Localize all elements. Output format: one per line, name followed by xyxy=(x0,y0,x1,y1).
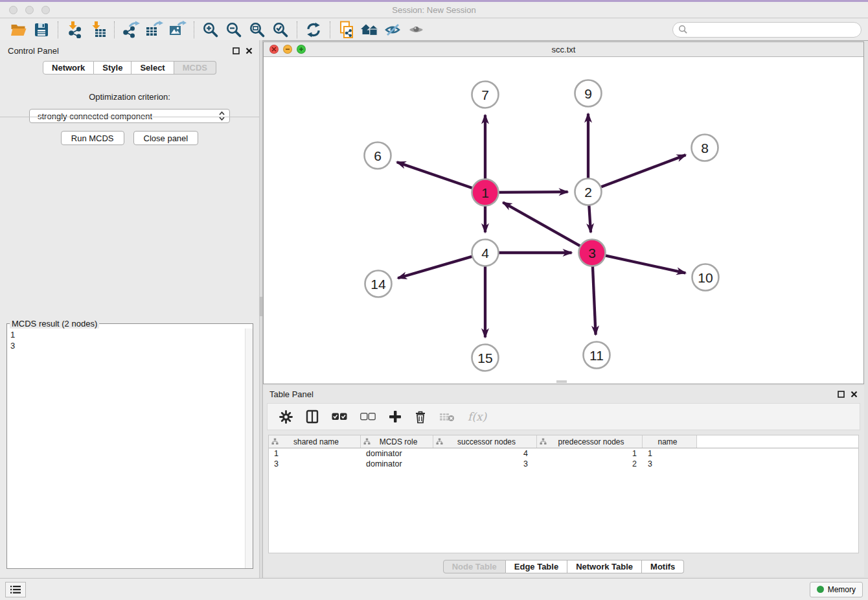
zoom-plus-icon xyxy=(299,47,304,52)
delete-table-button[interactable] xyxy=(439,411,455,422)
tab-style[interactable]: Style xyxy=(94,61,131,75)
table-row[interactable]: 1 dominator 4 1 1 xyxy=(269,448,858,459)
graph-edge-3-10[interactable] xyxy=(604,255,685,273)
cell-successor-nodes[interactable]: 4 xyxy=(433,449,537,458)
function-builder-button[interactable]: f(x) xyxy=(468,410,486,423)
optimization-criterion-select[interactable]: strongly connected component xyxy=(29,109,230,123)
table-mode-button[interactable] xyxy=(279,410,293,424)
show-eye-icon xyxy=(407,22,426,38)
float-table-panel-button[interactable] xyxy=(838,391,845,398)
minimize-window-button[interactable] xyxy=(25,6,34,14)
graph-edge-2-3[interactable] xyxy=(589,203,591,232)
toolbar-separator xyxy=(114,21,115,38)
cell-mcds-role[interactable]: dominator xyxy=(361,449,433,458)
graph-edge-4-14[interactable] xyxy=(398,256,474,278)
node-table: shared name MCDS role successor xyxy=(268,435,859,553)
import-network-icon xyxy=(66,21,84,38)
export-table-icon xyxy=(145,21,163,38)
task-history-button[interactable] xyxy=(5,582,26,597)
close-window-button[interactable] xyxy=(9,6,17,14)
column-header-successor-nodes[interactable]: successor nodes xyxy=(433,435,537,448)
column-header-mcds-role[interactable]: MCDS role xyxy=(361,435,433,448)
zoom-fit-button[interactable] xyxy=(246,20,269,40)
zoom-network-window-button[interactable] xyxy=(297,45,306,54)
zoom-out-button[interactable] xyxy=(222,20,246,40)
tab-mcds[interactable]: MCDS xyxy=(174,61,216,75)
zoom-window-button[interactable] xyxy=(41,6,50,14)
import-table-icon xyxy=(89,21,107,38)
graph-edge-1-2[interactable] xyxy=(497,192,567,192)
new-network-from-selection-button[interactable] xyxy=(335,20,358,40)
search-input[interactable] xyxy=(691,25,856,34)
cell-name[interactable]: 1 xyxy=(643,449,697,458)
search-field[interactable] xyxy=(672,22,862,38)
export-network-button[interactable] xyxy=(119,20,143,40)
delete-columns-button[interactable] xyxy=(415,410,426,424)
cell-name[interactable]: 3 xyxy=(643,459,697,468)
delete-table-icon xyxy=(439,411,455,422)
save-session-button[interactable] xyxy=(30,20,53,40)
splitter-handle[interactable] xyxy=(260,297,262,316)
float-panel-button[interactable] xyxy=(233,47,240,54)
graph-node-label-7: 7 xyxy=(481,87,489,102)
graph-edge-2-8[interactable] xyxy=(599,155,685,187)
tab-network-table[interactable]: Network Table xyxy=(567,560,642,573)
zoom-selected-button[interactable] xyxy=(269,20,292,40)
canvas-scrollbar-handle[interactable] xyxy=(556,380,567,383)
tab-network[interactable]: Network xyxy=(43,61,94,75)
export-table-button[interactable] xyxy=(143,20,166,40)
create-column-button[interactable] xyxy=(389,410,402,423)
export-image-button[interactable] xyxy=(166,20,189,40)
toolbar-separator xyxy=(330,21,330,38)
cell-shared-name[interactable]: 1 xyxy=(269,449,361,458)
zoom-in-button[interactable] xyxy=(199,20,222,40)
cell-shared-name[interactable]: 3 xyxy=(269,459,361,468)
close-panel-button[interactable] xyxy=(246,47,253,54)
table-panel-title: Table Panel xyxy=(269,389,314,399)
show-columns-button[interactable] xyxy=(306,410,319,424)
window-controls xyxy=(9,6,50,14)
open-session-button[interactable] xyxy=(6,20,30,40)
tab-node-table[interactable]: Node Table xyxy=(443,560,506,573)
result-scrollbar[interactable] xyxy=(245,329,253,568)
mcds-result-line: 1 xyxy=(10,329,249,340)
columns-icon xyxy=(306,410,319,424)
minimize-network-window-button[interactable] xyxy=(283,45,292,54)
graph-edge-3-1[interactable] xyxy=(503,202,581,246)
import-table-button[interactable] xyxy=(86,20,109,40)
close-network-window-button[interactable] xyxy=(269,45,279,54)
hide-selected-button[interactable] xyxy=(382,20,405,40)
network-view-window: scc.txt 7968124314101511 xyxy=(263,41,864,384)
memory-status-button[interactable]: Memory xyxy=(810,582,863,597)
column-header-shared-name[interactable]: shared name xyxy=(269,435,361,448)
cell-predecessor-nodes[interactable]: 1 xyxy=(537,449,643,458)
tab-edge-table[interactable]: Edge Table xyxy=(506,560,567,573)
network-canvas[interactable]: 7968124314101511 xyxy=(264,57,863,384)
unselect-all-columns-button[interactable] xyxy=(360,413,376,421)
close-table-panel-button[interactable] xyxy=(851,391,858,398)
network-window-titlebar: scc.txt xyxy=(264,42,863,57)
window-title: Session: New Session xyxy=(392,5,475,15)
home-layout-button[interactable] xyxy=(358,20,382,40)
network-graph[interactable]: 7968124314101511 xyxy=(264,57,863,385)
tab-motifs[interactable]: Motifs xyxy=(642,560,684,573)
refresh-view-button[interactable] xyxy=(302,20,325,40)
graph-edge-1-6[interactable] xyxy=(397,162,474,189)
tab-select[interactable]: Select xyxy=(131,61,174,75)
column-header-name[interactable]: name xyxy=(643,435,697,448)
select-all-columns-button[interactable] xyxy=(332,413,347,421)
cell-predecessor-nodes[interactable]: 2 xyxy=(537,459,643,468)
table-row[interactable]: 3 dominator 3 2 3 xyxy=(269,459,858,469)
import-network-button[interactable] xyxy=(63,20,86,40)
unselect-all-icon xyxy=(360,413,376,421)
graph-edge-3-11[interactable] xyxy=(593,264,596,334)
run-mcds-button[interactable]: Run MCDS xyxy=(61,131,124,145)
mcds-result-line: 3 xyxy=(10,340,249,351)
cell-successor-nodes[interactable]: 3 xyxy=(433,459,537,468)
column-header-predecessor-nodes[interactable]: predecessor nodes xyxy=(537,435,643,448)
zoom-in-icon xyxy=(202,21,219,38)
memory-status-dot xyxy=(817,586,824,593)
show-all-button[interactable] xyxy=(405,20,428,40)
close-mcds-panel-button[interactable]: Close panel xyxy=(133,131,199,145)
cell-mcds-role[interactable]: dominator xyxy=(361,459,433,468)
